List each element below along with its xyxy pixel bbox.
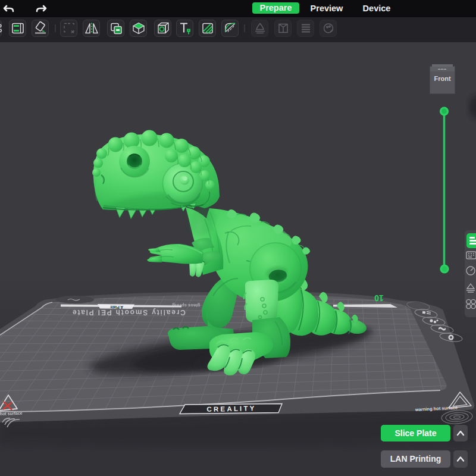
svg-text:glass spring: glass spring	[172, 303, 200, 308]
svg-text:Creality Smooth PEI Plate: Creality Smooth PEI Plate	[71, 308, 186, 317]
svg-text:hot surface: hot surface	[0, 411, 23, 416]
svg-text:10: 10	[374, 293, 384, 303]
svg-text:CREALITY: CREALITY	[206, 405, 256, 413]
